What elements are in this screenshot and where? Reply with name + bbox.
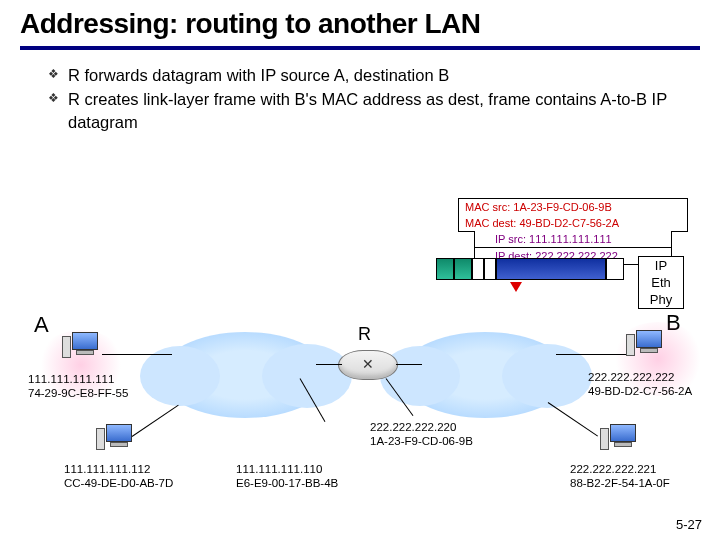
host-a-mac: 74-29-9C-E8-FF-55: [28, 386, 128, 400]
router-right-mac: 1A-23-F9-CD-06-9B: [370, 434, 473, 448]
datagram-seg-ip: [436, 258, 454, 280]
datagram-graphic: [436, 258, 634, 280]
router-right-addr: 222.222.222.220 1A-23-F9-CD-06-9B: [370, 420, 473, 449]
lan-cloud-left: [160, 332, 330, 418]
title-rule: [20, 46, 700, 50]
datagram-seg-trailer: [606, 258, 624, 280]
ip-src-value: 111.111.111.111: [529, 233, 612, 245]
mac-src-row: MAC src: 1A-23-F9-CD-06-9B: [458, 198, 688, 215]
host-b2-mac: 88-B2-2F-54-1A-0F: [570, 476, 670, 490]
host-a-label: A: [34, 312, 49, 338]
host-b2-ip: 222.222.222.221: [570, 462, 670, 476]
router-icon: ✕: [338, 350, 398, 380]
host-b-mac: 49-BD-D2-C7-56-2A: [588, 384, 692, 398]
host-b2-addr: 222.222.222.221 88-B2-2F-54-1A-0F: [570, 462, 670, 491]
pc-icon: [600, 424, 640, 458]
mac-dest-row: MAC dest: 49-BD-D2-C7-56-2A: [458, 215, 688, 232]
mac-src-label: MAC src:: [465, 201, 510, 213]
router-left-mac: E6-E9-00-17-BB-4B: [236, 476, 338, 490]
bullet-list: R forwards datagram with IP source A, de…: [48, 64, 700, 133]
layer-phy: Phy: [639, 291, 683, 308]
pc-icon: [626, 330, 666, 364]
layer-stack: IP Eth Phy: [638, 256, 684, 309]
datagram-seg-ip: [454, 258, 472, 280]
layer-ip: IP: [639, 257, 683, 274]
router-cross-icon: ✕: [362, 356, 374, 372]
datagram-seg-eth: [472, 258, 484, 280]
arrow-down-icon: [510, 282, 522, 292]
host-a2-ip: 111.111.111.112: [64, 462, 173, 476]
host-a2-addr: 111.111.111.112 CC-49-DE-D0-AB-7D: [64, 462, 173, 491]
wire: [132, 405, 179, 437]
wire: [548, 402, 598, 436]
router-label: R: [358, 324, 371, 345]
pc-icon: [62, 332, 102, 366]
router-right-ip: 222.222.222.220: [370, 420, 473, 434]
datagram-seg-payload: [496, 258, 606, 280]
mac-dest-value: 49-BD-D2-C7-56-2A: [519, 217, 619, 229]
bullet-item: R creates link-layer frame with B's MAC …: [48, 88, 700, 133]
host-a2-mac: CC-49-DE-D0-AB-7D: [64, 476, 173, 490]
slide-number: 5-27: [676, 517, 702, 532]
layer-eth: Eth: [639, 274, 683, 291]
host-a-addr: 111.111.111.111 74-29-9C-E8-FF-55: [28, 372, 128, 401]
slide-title: Addressing: routing to another LAN: [20, 8, 700, 40]
pc-icon: [96, 424, 136, 458]
ip-src-label: IP src:: [495, 233, 526, 245]
wire: [556, 354, 626, 355]
datagram-seg-eth: [484, 258, 496, 280]
mac-dest-label: MAC dest:: [465, 217, 516, 229]
wire: [102, 354, 172, 355]
host-b-ip: 222.222.222.222: [588, 370, 692, 384]
mac-src-value: 1A-23-F9-CD-06-9B: [513, 201, 611, 213]
ip-src-row: IP src: 111.111.111.111: [474, 231, 672, 248]
wire: [396, 364, 422, 365]
router-left-addr: 111.111.111.110 E6-E9-00-17-BB-4B: [236, 462, 338, 491]
host-b-addr: 222.222.222.222 49-BD-D2-C7-56-2A: [588, 370, 692, 399]
router-left-ip: 111.111.111.110: [236, 462, 338, 476]
frame-header-box: MAC src: 1A-23-F9-CD-06-9B MAC dest: 49-…: [458, 198, 688, 265]
lan-cloud-right: [400, 332, 570, 418]
network-diagram: A B ✕ R 111.111.111.111 74-29-9C-E8-FF-5…: [0, 314, 720, 504]
host-a-ip: 111.111.111.111: [28, 372, 128, 386]
wire: [316, 364, 342, 365]
bullet-item: R forwards datagram with IP source A, de…: [48, 64, 700, 86]
